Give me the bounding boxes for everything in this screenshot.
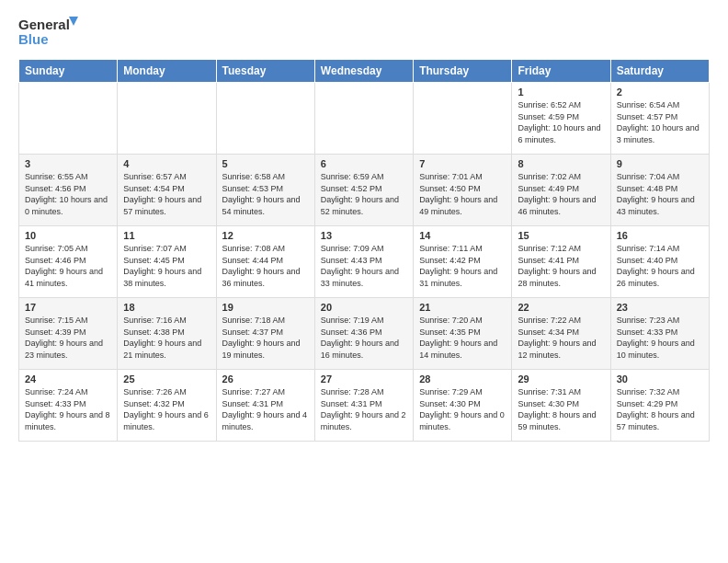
day-info: Sunrise: 7:19 AM Sunset: 4:36 PM Dayligh… bbox=[321, 315, 407, 361]
day-info: Sunrise: 6:55 AM Sunset: 4:56 PM Dayligh… bbox=[25, 171, 111, 217]
day-number: 17 bbox=[25, 302, 111, 313]
day-info: Sunrise: 7:18 AM Sunset: 4:37 PM Dayligh… bbox=[222, 315, 309, 361]
day-info: Sunrise: 7:15 AM Sunset: 4:39 PM Dayligh… bbox=[25, 315, 111, 361]
day-number: 3 bbox=[25, 158, 111, 169]
day-cell-20: 20Sunrise: 7:19 AM Sunset: 4:36 PM Dayli… bbox=[314, 298, 413, 370]
day-info: Sunrise: 7:04 AM Sunset: 4:48 PM Dayligh… bbox=[617, 171, 703, 217]
day-info: Sunrise: 7:26 AM Sunset: 4:32 PM Dayligh… bbox=[123, 386, 210, 432]
day-number: 1 bbox=[518, 86, 604, 98]
day-info: Sunrise: 7:16 AM Sunset: 4:38 PM Dayligh… bbox=[123, 315, 210, 361]
day-cell-12: 12Sunrise: 7:08 AM Sunset: 4:44 PM Dayli… bbox=[216, 226, 314, 298]
day-number: 28 bbox=[419, 373, 506, 385]
day-cell-11: 11Sunrise: 7:07 AM Sunset: 4:45 PM Dayli… bbox=[118, 226, 216, 298]
day-number: 10 bbox=[25, 230, 111, 241]
day-number: 20 bbox=[321, 302, 407, 313]
weekday-header-friday: Friday bbox=[512, 60, 610, 83]
day-cell-30: 30Sunrise: 7:32 AM Sunset: 4:29 PM Dayli… bbox=[610, 370, 709, 442]
week-row-5: 24Sunrise: 7:24 AM Sunset: 4:33 PM Dayli… bbox=[19, 370, 710, 442]
logo: GeneralBlue bbox=[18, 15, 83, 48]
day-number: 29 bbox=[518, 373, 604, 385]
day-info: Sunrise: 6:57 AM Sunset: 4:54 PM Dayligh… bbox=[123, 171, 210, 217]
day-number: 14 bbox=[419, 230, 506, 241]
general-blue-logo: GeneralBlue bbox=[18, 15, 83, 48]
weekday-header-sunday: Sunday bbox=[19, 60, 118, 83]
day-cell-17: 17Sunrise: 7:15 AM Sunset: 4:39 PM Dayli… bbox=[19, 298, 118, 370]
day-cell-2: 2Sunrise: 6:54 AM Sunset: 4:57 PM Daylig… bbox=[610, 83, 709, 155]
day-info: Sunrise: 7:12 AM Sunset: 4:41 PM Dayligh… bbox=[518, 243, 604, 289]
day-cell-10: 10Sunrise: 7:05 AM Sunset: 4:46 PM Dayli… bbox=[19, 226, 118, 298]
day-info: Sunrise: 7:32 AM Sunset: 4:29 PM Dayligh… bbox=[617, 386, 703, 432]
day-info: Sunrise: 7:08 AM Sunset: 4:44 PM Dayligh… bbox=[222, 243, 309, 289]
day-number: 19 bbox=[222, 302, 309, 313]
day-number: 2 bbox=[617, 86, 703, 98]
day-info: Sunrise: 7:29 AM Sunset: 4:30 PM Dayligh… bbox=[419, 386, 506, 432]
day-info: Sunrise: 7:22 AM Sunset: 4:34 PM Dayligh… bbox=[518, 315, 604, 361]
empty-cell bbox=[118, 83, 216, 155]
day-cell-5: 5Sunrise: 6:58 AM Sunset: 4:53 PM Daylig… bbox=[216, 155, 314, 226]
day-cell-16: 16Sunrise: 7:14 AM Sunset: 4:40 PM Dayli… bbox=[610, 226, 709, 298]
day-number: 11 bbox=[123, 230, 210, 241]
day-info: Sunrise: 7:07 AM Sunset: 4:45 PM Dayligh… bbox=[123, 243, 210, 289]
day-info: Sunrise: 7:23 AM Sunset: 4:33 PM Dayligh… bbox=[617, 315, 703, 361]
empty-cell bbox=[19, 83, 118, 155]
day-number: 8 bbox=[518, 158, 604, 169]
day-cell-25: 25Sunrise: 7:26 AM Sunset: 4:32 PM Dayli… bbox=[118, 370, 216, 442]
day-cell-3: 3Sunrise: 6:55 AM Sunset: 4:56 PM Daylig… bbox=[19, 155, 118, 226]
day-cell-18: 18Sunrise: 7:16 AM Sunset: 4:38 PM Dayli… bbox=[118, 298, 216, 370]
svg-text:Blue: Blue bbox=[18, 31, 49, 47]
empty-cell bbox=[414, 83, 512, 155]
day-info: Sunrise: 7:05 AM Sunset: 4:46 PM Dayligh… bbox=[25, 243, 111, 289]
day-number: 13 bbox=[321, 230, 407, 241]
day-number: 24 bbox=[25, 373, 111, 385]
day-number: 12 bbox=[222, 230, 309, 241]
header: GeneralBlue bbox=[18, 15, 710, 48]
day-number: 15 bbox=[518, 230, 604, 241]
weekday-header-row: SundayMondayTuesdayWednesdayThursdayFrid… bbox=[19, 60, 710, 83]
day-cell-6: 6Sunrise: 6:59 AM Sunset: 4:52 PM Daylig… bbox=[314, 155, 413, 226]
week-row-4: 17Sunrise: 7:15 AM Sunset: 4:39 PM Dayli… bbox=[19, 298, 710, 370]
page: GeneralBlue SundayMondayTuesdayWednesday… bbox=[0, 0, 728, 451]
svg-marker-1 bbox=[69, 17, 78, 26]
day-cell-27: 27Sunrise: 7:28 AM Sunset: 4:31 PM Dayli… bbox=[314, 370, 413, 442]
day-cell-28: 28Sunrise: 7:29 AM Sunset: 4:30 PM Dayli… bbox=[414, 370, 512, 442]
weekday-header-thursday: Thursday bbox=[414, 60, 512, 83]
day-info: Sunrise: 6:59 AM Sunset: 4:52 PM Dayligh… bbox=[321, 171, 407, 217]
day-cell-26: 26Sunrise: 7:27 AM Sunset: 4:31 PM Dayli… bbox=[216, 370, 314, 442]
day-cell-7: 7Sunrise: 7:01 AM Sunset: 4:50 PM Daylig… bbox=[414, 155, 512, 226]
day-info: Sunrise: 7:24 AM Sunset: 4:33 PM Dayligh… bbox=[25, 386, 111, 432]
day-number: 4 bbox=[123, 158, 210, 169]
day-info: Sunrise: 7:02 AM Sunset: 4:49 PM Dayligh… bbox=[518, 171, 604, 217]
day-cell-4: 4Sunrise: 6:57 AM Sunset: 4:54 PM Daylig… bbox=[118, 155, 216, 226]
week-row-3: 10Sunrise: 7:05 AM Sunset: 4:46 PM Dayli… bbox=[19, 226, 710, 298]
day-cell-8: 8Sunrise: 7:02 AM Sunset: 4:49 PM Daylig… bbox=[512, 155, 610, 226]
day-number: 7 bbox=[419, 158, 506, 169]
day-cell-19: 19Sunrise: 7:18 AM Sunset: 4:37 PM Dayli… bbox=[216, 298, 314, 370]
empty-cell bbox=[216, 83, 314, 155]
week-row-1: 1Sunrise: 6:52 AM Sunset: 4:59 PM Daylig… bbox=[19, 83, 710, 155]
day-cell-9: 9Sunrise: 7:04 AM Sunset: 4:48 PM Daylig… bbox=[610, 155, 709, 226]
day-number: 6 bbox=[321, 158, 407, 169]
svg-text:General: General bbox=[18, 17, 70, 32]
day-info: Sunrise: 6:58 AM Sunset: 4:53 PM Dayligh… bbox=[222, 171, 309, 217]
day-info: Sunrise: 6:54 AM Sunset: 4:57 PM Dayligh… bbox=[617, 99, 703, 145]
day-number: 5 bbox=[222, 158, 309, 169]
day-number: 26 bbox=[222, 373, 309, 385]
day-number: 27 bbox=[321, 373, 407, 385]
week-row-2: 3Sunrise: 6:55 AM Sunset: 4:56 PM Daylig… bbox=[19, 155, 710, 226]
empty-cell bbox=[314, 83, 413, 155]
weekday-header-tuesday: Tuesday bbox=[216, 60, 314, 83]
day-cell-15: 15Sunrise: 7:12 AM Sunset: 4:41 PM Dayli… bbox=[512, 226, 610, 298]
day-number: 9 bbox=[617, 158, 703, 169]
day-cell-21: 21Sunrise: 7:20 AM Sunset: 4:35 PM Dayli… bbox=[414, 298, 512, 370]
day-info: Sunrise: 7:27 AM Sunset: 4:31 PM Dayligh… bbox=[222, 386, 309, 432]
day-number: 25 bbox=[123, 373, 210, 385]
day-number: 21 bbox=[419, 302, 506, 313]
day-cell-24: 24Sunrise: 7:24 AM Sunset: 4:33 PM Dayli… bbox=[19, 370, 118, 442]
day-number: 18 bbox=[123, 302, 210, 313]
calendar-table: SundayMondayTuesdayWednesdayThursdayFrid… bbox=[18, 59, 710, 442]
day-info: Sunrise: 7:28 AM Sunset: 4:31 PM Dayligh… bbox=[321, 386, 407, 432]
day-cell-29: 29Sunrise: 7:31 AM Sunset: 4:30 PM Dayli… bbox=[512, 370, 610, 442]
day-info: Sunrise: 7:14 AM Sunset: 4:40 PM Dayligh… bbox=[617, 243, 703, 289]
weekday-header-saturday: Saturday bbox=[610, 60, 709, 83]
day-info: Sunrise: 7:01 AM Sunset: 4:50 PM Dayligh… bbox=[419, 171, 506, 217]
